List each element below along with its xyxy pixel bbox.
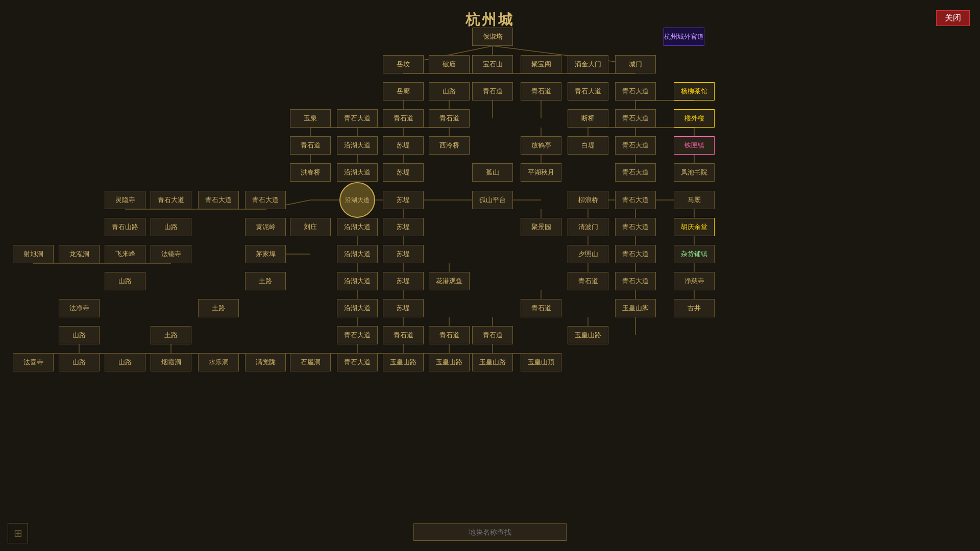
- node-qingshidadao12[interactable]: 青石大道: [615, 245, 656, 263]
- node-maju[interactable]: 马厩: [674, 191, 715, 209]
- node-sudi4[interactable]: 苏堤: [383, 218, 424, 236]
- node-qingshidadao3[interactable]: 青石大道: [337, 109, 378, 128]
- node-yuefen[interactable]: 岳坟: [383, 55, 424, 73]
- node-qingshidadao1[interactable]: 青石大道: [568, 82, 608, 101]
- node-shiwudong[interactable]: 石屋洞: [290, 353, 331, 371]
- node-yanhudadao_cur[interactable]: 沿湖大道: [339, 182, 375, 218]
- node-feilaifeng[interactable]: 飞来峰: [105, 245, 145, 263]
- node-qingshidao8[interactable]: 青石道: [383, 326, 424, 344]
- node-longhongdong[interactable]: 龙泓洞: [59, 245, 100, 263]
- node-qingshishanlu[interactable]: 青石山路: [105, 218, 145, 236]
- node-baosuta[interactable]: 保淑塔: [472, 28, 513, 46]
- node-tiequanzhen[interactable]: 铁匣镇: [674, 136, 715, 155]
- node-yonganmen[interactable]: 涌金大门: [568, 55, 608, 73]
- node-qingshidao3[interactable]: 青石道: [383, 109, 424, 128]
- node-jubaooge[interactable]: 聚宝阁: [521, 55, 561, 73]
- node-hangzhouchengwai[interactable]: 杭州城外官道: [664, 28, 704, 46]
- node-yanhudadao1[interactable]: 沿湖大道: [337, 136, 378, 155]
- node-liuzhuang[interactable]: 刘庄: [290, 218, 331, 236]
- node-qingshidadao14[interactable]: 青石大道: [337, 326, 378, 344]
- node-sudi2[interactable]: 苏堤: [383, 163, 424, 182]
- node-yuhuangshanlu4[interactable]: 玉皇山路: [472, 353, 513, 371]
- node-qingshidao9[interactable]: 青石道: [429, 326, 470, 344]
- node-qingshidadao10[interactable]: 青石大道: [615, 191, 656, 209]
- node-qingshidao1[interactable]: 青石道: [472, 82, 513, 101]
- node-qingshidadao4[interactable]: 青石大道: [615, 109, 656, 128]
- close-button[interactable]: 关闭: [936, 10, 970, 26]
- node-qingshidao5[interactable]: 青石道: [290, 136, 331, 155]
- node-manjuedian[interactable]: 满觉陇: [245, 353, 286, 371]
- node-liulanqiao[interactable]: 柳浪桥: [568, 191, 608, 209]
- node-hongchunqiao[interactable]: 洪春桥: [290, 163, 331, 182]
- node-yuhuangshanlu[interactable]: 玉皇山路: [568, 326, 608, 344]
- node-xizhaoshan[interactable]: 夕照山: [568, 245, 608, 263]
- node-qingshidao10[interactable]: 青石道: [472, 326, 513, 344]
- node-yanhudadao6[interactable]: 沿湖大道: [337, 299, 378, 317]
- node-yuhuangshanjiao[interactable]: 玉皇山脚: [615, 299, 656, 317]
- node-huqingyutang[interactable]: 胡庆余堂: [674, 218, 715, 236]
- node-huagangguanyu[interactable]: 花港观鱼: [429, 272, 470, 290]
- node-yanxiadong[interactable]: 烟霞洞: [151, 353, 191, 371]
- node-sudi7[interactable]: 苏堤: [383, 299, 424, 317]
- node-sudi1[interactable]: 苏堤: [383, 136, 424, 155]
- node-qingshidadao11[interactable]: 青石大道: [615, 218, 656, 236]
- node-fajingsi[interactable]: 法镜寺: [151, 245, 191, 263]
- node-duanqiao[interactable]: 断桥: [568, 109, 608, 128]
- node-jujingyuan[interactable]: 聚景园: [521, 218, 561, 236]
- map-icon[interactable]: ⊞: [8, 523, 28, 543]
- node-pinghequyue[interactable]: 平湖秋月: [521, 163, 561, 182]
- node-qingshidadao5[interactable]: 青石大道: [615, 136, 656, 155]
- node-tulu1[interactable]: 土路: [245, 272, 286, 290]
- node-shanlu6[interactable]: 山路: [105, 353, 145, 371]
- node-tulu2[interactable]: 土路: [198, 299, 239, 317]
- node-qingshidao2[interactable]: 青石道: [521, 82, 561, 101]
- node-baoshishan[interactable]: 宝石山: [472, 55, 513, 73]
- node-baidi[interactable]: 白堤: [568, 136, 608, 155]
- node-chengmen[interactable]: 城门: [615, 55, 656, 73]
- node-sudi5[interactable]: 苏堤: [383, 245, 424, 263]
- node-jingcisi[interactable]: 净慈寺: [674, 272, 715, 290]
- node-gushan[interactable]: 孤山: [472, 163, 513, 182]
- node-tulu3[interactable]: 土路: [151, 326, 191, 344]
- node-shuiledong[interactable]: 水乐洞: [198, 353, 239, 371]
- node-sudi3[interactable]: 苏堤: [383, 191, 424, 209]
- node-yanhudadao4[interactable]: 沿湖大道: [337, 245, 378, 263]
- node-fengchishuyuan[interactable]: 凤池书院: [674, 163, 715, 182]
- node-shanlu1[interactable]: 山路: [429, 82, 470, 101]
- node-pomiao[interactable]: 破庙: [429, 55, 470, 73]
- node-fanghelting[interactable]: 放鹤亭: [521, 136, 561, 155]
- node-shanlu5[interactable]: 山路: [59, 353, 100, 371]
- node-qingshidadao9[interactable]: 青石大道: [245, 191, 286, 209]
- node-sudi6[interactable]: 苏堤: [383, 272, 424, 290]
- node-yanhudadao3[interactable]: 沿湖大道: [337, 218, 378, 236]
- node-yuemiao[interactable]: 岳廊: [383, 82, 424, 101]
- node-qingshidao6[interactable]: 青石道: [568, 272, 608, 290]
- node-qingshidao7[interactable]: 青石道: [521, 299, 561, 317]
- node-yuhuangshanlu2[interactable]: 玉皇山路: [383, 353, 424, 371]
- node-shanlu2[interactable]: 山路: [151, 218, 191, 236]
- node-yanhudadao2[interactable]: 沿湖大道: [337, 163, 378, 182]
- search-input[interactable]: [413, 523, 567, 541]
- node-yuquan[interactable]: 玉泉: [290, 109, 331, 128]
- node-shexudong[interactable]: 射旭洞: [13, 245, 54, 263]
- node-yuhuangshanlu3[interactable]: 玉皇山路: [429, 353, 470, 371]
- node-xilengqiao[interactable]: 西泠桥: [429, 136, 470, 155]
- node-yanhudadao5[interactable]: 沿湖大道: [337, 272, 378, 290]
- node-qingshidadao8[interactable]: 青石大道: [198, 191, 239, 209]
- node-maojiabu[interactable]: 茅家埠: [245, 245, 286, 263]
- node-yangliuteahouse[interactable]: 杨柳茶馆: [674, 82, 715, 101]
- node-qingshidao4[interactable]: 青石道: [429, 109, 470, 128]
- node-lowaiwai[interactable]: 楼外楼: [674, 109, 715, 128]
- node-fajingsi2[interactable]: 法净寺: [59, 299, 100, 317]
- node-qingshidadao2[interactable]: 青石大道: [615, 82, 656, 101]
- node-yuhuangshanding[interactable]: 玉皇山顶: [521, 353, 561, 371]
- node-qingshidadao6[interactable]: 青石大道: [615, 163, 656, 182]
- node-huangnilin[interactable]: 黄泥岭: [245, 218, 286, 236]
- node-qingshidadao7[interactable]: 青石大道: [151, 191, 191, 209]
- node-lingyin[interactable]: 灵隐寺: [105, 191, 145, 209]
- node-shanlu3[interactable]: 山路: [105, 272, 145, 290]
- node-qingshidadao15[interactable]: 青石大道: [337, 353, 378, 371]
- node-qingbomen[interactable]: 清波门: [568, 218, 608, 236]
- node-gushanplatform[interactable]: 孤山平台: [472, 191, 513, 209]
- node-fahasi[interactable]: 法喜寺: [13, 353, 54, 371]
